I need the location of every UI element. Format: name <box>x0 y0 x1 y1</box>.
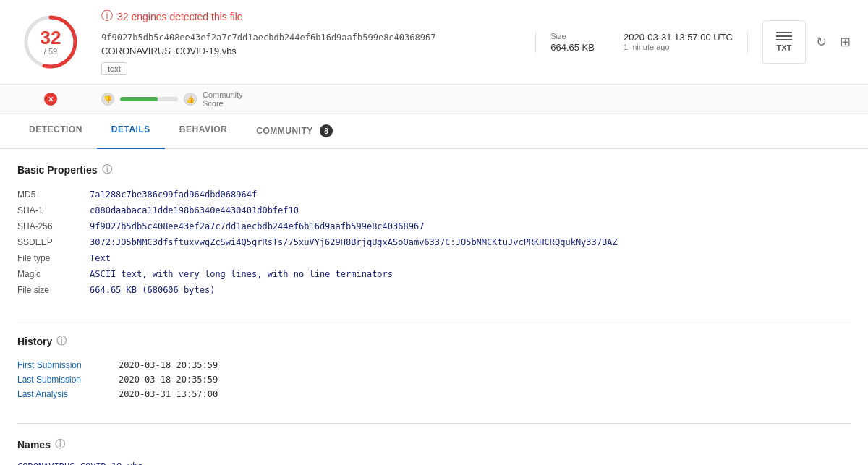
cs-thumb-down[interactable]: 👎 <box>101 93 114 106</box>
community-score-section: 👎 👍 CommunityScore <box>101 90 243 108</box>
prop-value: c880daabaca11dde198b6340e4430401d0bfef10 <box>90 202 851 218</box>
table-row: SSDEEP 3072:JO5bNMC3dfsftuxvwgZcSwi4Q5gr… <box>17 234 851 250</box>
file-meta: Size 664.65 KB 2020-03-31 13:57:00 UTC 1… <box>535 32 748 53</box>
lines-icon <box>776 32 792 40</box>
file-size-meta: Size 664.65 KB <box>550 32 595 53</box>
hist-value: 2020-03-31 13:57:00 <box>119 387 218 401</box>
hist-value: 2020-03-18 20:35:59 <box>119 372 218 387</box>
history-info-icon: ⓘ <box>56 335 67 348</box>
file-name: CORONAVIRUS_COVID-19.vbs <box>101 46 521 56</box>
section-divider-2 <box>17 423 851 424</box>
alert-text: 32 engines detected this file <box>117 11 243 22</box>
table-row: First Submission 2020-03-18 20:35:59 <box>17 358 218 372</box>
tabs: DETECTION DETAILS BEHAVIOR COMMUNITY 8 <box>0 114 868 149</box>
prop-value: 7a1288c7be386c99fad964dbd068964f <box>90 187 851 202</box>
names-title: Names ⓘ <box>17 438 851 451</box>
score-circle-container: 32 / 59 <box>14 13 87 71</box>
refresh-button[interactable]: ↻ <box>813 31 830 53</box>
date-sub: 1 minute ago <box>624 43 733 51</box>
history-title: History ⓘ <box>17 335 851 348</box>
txt-button[interactable]: TXT <box>762 20 806 64</box>
table-row: Last Analysis 2020-03-31 13:57:00 <box>17 387 218 401</box>
history-table: First Submission 2020-03-18 20:35:59 Las… <box>17 358 218 401</box>
table-row: SHA-1 c880daabaca11dde198b6340e4430401d0… <box>17 202 851 218</box>
size-value: 664.65 KB <box>550 42 595 53</box>
cs-label: CommunityScore <box>203 90 243 108</box>
prop-value: 9f9027b5db5c408ee43ef2a7c7dd1aecbdb244ef… <box>90 218 851 234</box>
table-row: Magic ASCII text, with very long lines, … <box>17 266 851 282</box>
header-middle: ⓘ 32 engines detected this file 9f9027b5… <box>87 9 535 75</box>
file-hash: 9f9027b5db5c408ee43ef2a7c7dd1aecbdb244ef… <box>101 33 521 43</box>
file-tag[interactable]: text <box>101 62 127 75</box>
line2 <box>776 35 792 37</box>
score-text: 32 / 59 <box>41 28 61 56</box>
community-badge: 8 <box>320 124 333 137</box>
cs-thumb-up[interactable]: 👍 <box>184 93 197 106</box>
prop-label: File type <box>17 250 90 266</box>
prop-label: Magic <box>17 266 90 282</box>
tab-details[interactable]: DETAILS <box>97 114 165 149</box>
size-label: Size <box>550 32 595 40</box>
prop-label: MD5 <box>17 187 90 202</box>
main-content: Basic Properties ⓘ MD5 7a1288c7be386c99f… <box>0 149 868 465</box>
section-divider <box>17 320 851 320</box>
hist-label: Last Analysis <box>17 387 119 401</box>
name-value: CORONAVIRUS_COVID-19.vbs <box>17 461 851 465</box>
file-date-meta: 2020-03-31 13:57:00 UTC 1 minute ago <box>624 32 733 53</box>
grid-button[interactable]: ⊞ <box>837 31 854 53</box>
basic-properties-section: Basic Properties ⓘ MD5 7a1288c7be386c99f… <box>17 163 851 298</box>
prop-label: File size <box>17 282 90 298</box>
line3 <box>776 39 792 40</box>
prop-label: SSDEEP <box>17 234 90 250</box>
detection-alert: ⓘ 32 engines detected this file <box>101 9 521 24</box>
basic-properties-info-icon: ⓘ <box>102 163 112 176</box>
names-section: Names ⓘ CORONAVIRUS_COVID-19.vbs <box>17 438 851 465</box>
txt-label: TXT <box>777 43 792 52</box>
prop-value: ASCII text, with very long lines, with n… <box>90 266 851 282</box>
prop-value: Text <box>90 250 851 266</box>
tab-detection[interactable]: DETECTION <box>14 114 97 149</box>
top-right-icons: ↻ ⊞ <box>813 31 854 53</box>
table-row: Last Submission 2020-03-18 20:35:59 <box>17 372 218 387</box>
hist-value: 2020-03-18 20:35:59 <box>119 358 218 372</box>
alert-icon: ⓘ <box>101 9 113 24</box>
table-row: MD5 7a1288c7be386c99fad964dbd068964f <box>17 187 851 202</box>
score-circle: 32 / 59 <box>22 13 80 71</box>
basic-properties-title: Basic Properties ⓘ <box>17 163 851 176</box>
history-section: History ⓘ First Submission 2020-03-18 20… <box>17 335 851 401</box>
prop-value: 664.65 KB (680606 bytes) <box>90 282 851 298</box>
prop-label: SHA-256 <box>17 218 90 234</box>
basic-properties-table: MD5 7a1288c7be386c99fad964dbd068964f SHA… <box>17 187 851 298</box>
table-row: File type Text <box>17 250 851 266</box>
cs-bar-fill <box>120 97 158 101</box>
hist-label: First Submission <box>17 358 119 372</box>
names-info-icon: ⓘ <box>55 438 65 451</box>
cs-bar <box>120 97 178 101</box>
prop-label: SHA-1 <box>17 202 90 218</box>
table-row: SHA-256 9f9027b5db5c408ee43ef2a7c7dd1aec… <box>17 218 851 234</box>
tab-behavior[interactable]: BEHAVIOR <box>165 114 242 149</box>
line1 <box>776 32 792 33</box>
tab-community[interactable]: COMMUNITY 8 <box>242 114 347 149</box>
top-bar: 32 / 59 ⓘ 32 engines detected this file … <box>0 0 868 85</box>
table-row: File size 664.65 KB (680606 bytes) <box>17 282 851 298</box>
score-number: 32 <box>41 28 61 47</box>
prop-value: 3072:JO5bNMC3dfsftuxvwgZcSwi4Q5grRsTs/75… <box>90 234 851 250</box>
x-badge: ✕ <box>44 93 57 106</box>
hist-label: Last Submission <box>17 372 119 387</box>
date-value: 2020-03-31 13:57:00 UTC <box>624 32 733 43</box>
